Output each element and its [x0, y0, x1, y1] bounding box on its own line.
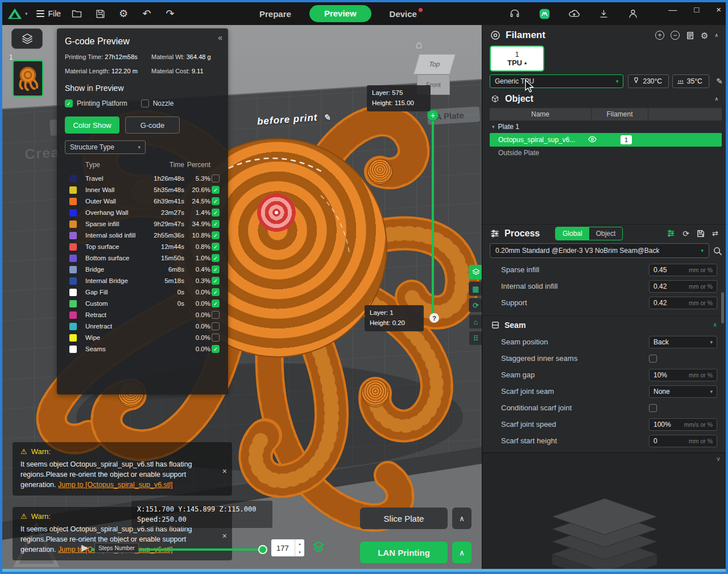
tab-prepare[interactable]: Prepare — [256, 9, 295, 19]
object-list-item-selected[interactable]: Octopus_spiral_sup_v6... 1 — [490, 133, 722, 147]
visibility-checkbox[interactable]: ✓ — [212, 300, 220, 307]
visibility-checkbox[interactable]: ✓ — [212, 254, 220, 262]
param-checkbox[interactable] — [649, 355, 657, 363]
reset-preset-button[interactable]: ⟳ — [682, 230, 689, 238]
filament-list-button[interactable] — [686, 31, 694, 40]
download-button[interactable] — [596, 6, 611, 21]
visibility-checkbox[interactable]: ✓ — [212, 209, 220, 217]
play-button[interactable]: ▶ — [81, 543, 88, 552]
save-preset-button[interactable] — [697, 230, 705, 238]
param-input[interactable]: 10%mm or % — [649, 369, 717, 381]
object-list-item[interactable]: Outside Plate — [490, 147, 722, 159]
param-input[interactable]: 100%mm/s or % — [649, 418, 717, 431]
help-badge[interactable]: ? — [429, 313, 439, 323]
close-warning-button[interactable]: × — [222, 465, 227, 477]
layer-slider-track[interactable] — [432, 115, 434, 319]
print-options-button[interactable]: ∧ — [452, 542, 471, 563]
visibility-checkbox[interactable] — [212, 334, 220, 342]
visibility-checkbox[interactable]: ✓ — [212, 265, 220, 273]
undo-button[interactable]: ↶ — [139, 6, 154, 21]
visibility-checkbox[interactable]: ✓ — [212, 277, 220, 285]
steps-decrement-button[interactable]: ▾ — [295, 548, 304, 556]
param-input[interactable]: 0.42mm or % — [649, 280, 717, 293]
nozzle-checkbox[interactable] — [141, 99, 149, 107]
orbit-view-button[interactable]: ⟳ — [469, 298, 482, 313]
nav-cube-top-face[interactable]: Top — [413, 54, 456, 74]
slice-plate-button[interactable]: Slice Plate — [360, 508, 448, 529]
settings-button[interactable]: ⚙ — [116, 6, 131, 21]
layer-mode-button[interactable] — [312, 541, 325, 555]
visibility-checkbox[interactable]: ✓ — [212, 243, 220, 251]
transfer-preset-button[interactable]: ⇄ — [712, 230, 718, 237]
collapse-object-section-button[interactable]: ∧ — [714, 97, 718, 102]
param-select[interactable]: Back▾ — [649, 336, 717, 348]
search-settings-button[interactable] — [713, 246, 722, 256]
close-button[interactable]: × — [716, 5, 721, 14]
object-filament-badge[interactable]: 1 — [621, 135, 632, 144]
clo[interactable] — [566, 6, 581, 21]
layer-slider-handle[interactable]: + — [427, 110, 439, 121]
collapse-panel-button[interactable]: « — [218, 33, 222, 42]
printing-platform-checkbox[interactable]: ✓ — [65, 99, 73, 107]
visibility-checkbox[interactable]: ✓ — [212, 186, 220, 194]
process-preset-select[interactable]: 0.20mm Standard @Ender-3 V3 NoBrim Seam@… — [490, 243, 709, 258]
viewport-3d[interactable]: A Plate A Plate Creality Smooth PEI Plat… — [2, 25, 482, 572]
app-logo[interactable]: ▾ — [7, 7, 28, 20]
seam-section-header[interactable]: Seam ∧ — [482, 315, 726, 334]
visibility-checkbox[interactable] — [212, 322, 220, 330]
visibility-checkbox[interactable] — [212, 311, 220, 319]
bed-temp-field[interactable]: 35°C — [672, 74, 709, 88]
file-menu[interactable]: File — [36, 9, 61, 18]
assembly-view-button[interactable] — [469, 265, 482, 280]
section-view-button[interactable]: ▦ — [469, 281, 482, 296]
visibility-checkbox[interactable]: ✓ — [212, 220, 220, 228]
param-checkbox[interactable] — [649, 404, 657, 412]
process-tab-object[interactable]: Object — [589, 227, 623, 240]
steps-slider-handle[interactable] — [258, 545, 267, 554]
process-tab-global[interactable]: Global — [556, 227, 589, 240]
plate-list-toggle-button[interactable] — [11, 28, 43, 49]
color-show-button[interactable]: Color Show — [65, 117, 119, 134]
plate-thumbnail[interactable] — [13, 60, 43, 97]
support-button[interactable] — [507, 6, 522, 21]
arrange-view-button[interactable]: ⠿ — [469, 331, 482, 346]
steps-number-input[interactable]: 177 ▴ ▾ — [271, 539, 304, 556]
param-input[interactable]: 0.42mm or % — [649, 297, 717, 309]
visibility-eye-icon[interactable] — [588, 136, 597, 144]
edit-filament-button[interactable]: ✎ — [716, 77, 723, 85]
param-input[interactable]: 0mm or % — [649, 435, 717, 447]
redo-button[interactable]: ↷ — [163, 6, 177, 21]
param-select[interactable]: None▾ — [649, 385, 717, 398]
visibility-checkbox[interactable]: ✓ — [212, 288, 220, 296]
collapse-filament-section-button[interactable]: ∧ — [714, 33, 718, 38]
advanced-settings-button[interactable] — [667, 229, 675, 238]
close-warning-button[interactable]: × — [222, 530, 227, 542]
structure-type-select[interactable]: Structure Type ▾ — [65, 140, 146, 154]
remove-filament-button[interactable]: − — [671, 31, 680, 40]
maximize-button[interactable]: □ — [694, 5, 699, 14]
slice-options-button[interactable]: ∧ — [452, 508, 471, 529]
warning-jump-link[interactable]: Jump to [Octopus_spiral_sup_v6.stl] — [58, 481, 173, 489]
nozzle-temp-field[interactable]: 230°C — [628, 74, 668, 88]
account-button[interactable] — [626, 6, 640, 21]
steps-increment-button[interactable]: ▴ — [295, 539, 304, 548]
g-code-button[interactable]: G-code — [125, 117, 180, 134]
filament-preset-select[interactable]: Generic TPU ▾ — [490, 74, 623, 88]
tree-expand-icon[interactable]: ▾ — [492, 124, 495, 130]
save-button[interactable] — [93, 6, 107, 21]
filament-slot-card[interactable]: 1 TPU▴ — [490, 45, 544, 72]
makerworld-button[interactable] — [537, 6, 552, 21]
visibility-checkbox[interactable]: ✓ — [212, 197, 220, 205]
visibility-checkbox[interactable]: ✓ — [212, 231, 220, 239]
collapse-preview-button[interactable]: ∨ — [716, 456, 721, 462]
open-file-button[interactable] — [69, 6, 84, 21]
param-input[interactable]: 0.45mm or % — [649, 264, 717, 276]
add-filament-button[interactable]: + — [655, 31, 664, 40]
minimize-button[interactable]: — — [668, 5, 677, 14]
tab-device[interactable]: Device — [386, 9, 420, 19]
tab-preview[interactable]: Preview — [309, 5, 371, 22]
printer-preview-button[interactable]: ⌂ — [469, 314, 482, 329]
visibility-checkbox[interactable]: ✓ — [212, 345, 220, 353]
plate-tree-item[interactable]: ▾ Plate 1 — [490, 120, 722, 133]
lan-printing-button[interactable]: LAN Printing — [360, 542, 448, 563]
